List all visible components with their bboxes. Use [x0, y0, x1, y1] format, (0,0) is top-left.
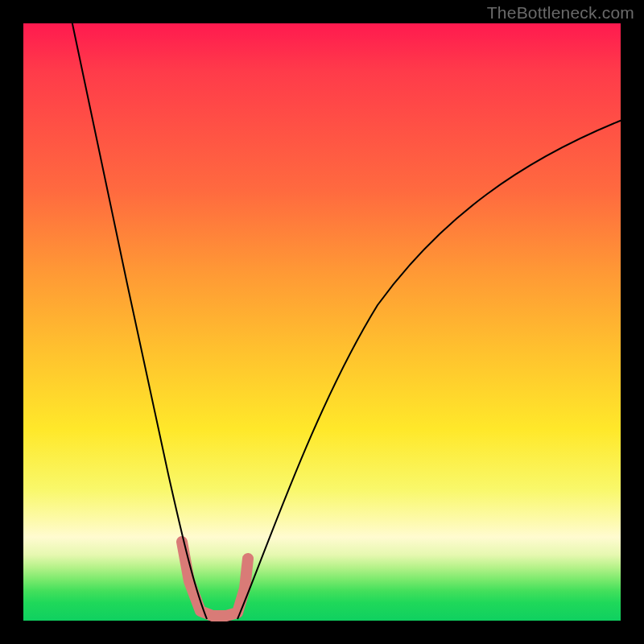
curve-layer — [23, 23, 621, 621]
plot-area — [23, 23, 621, 621]
chart-frame: TheBottleneck.com — [0, 0, 644, 644]
watermark-text: TheBottleneck.com — [487, 3, 634, 23]
optimal-zone-marker — [182, 542, 248, 616]
curve-right-branch — [237, 120, 622, 619]
curve-left-branch — [72, 20, 207, 619]
